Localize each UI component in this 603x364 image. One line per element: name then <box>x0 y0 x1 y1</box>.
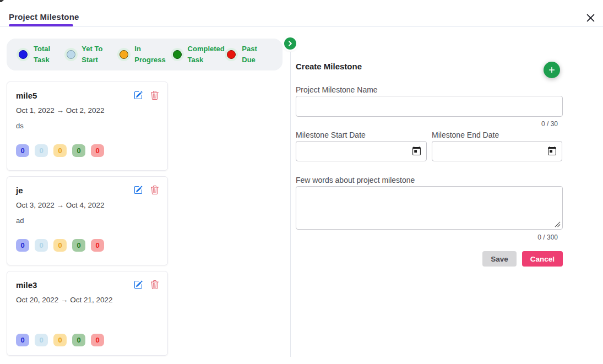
milestone-count-badges: 0 0 0 0 0 <box>16 239 159 252</box>
total-task-count-badge: 0 <box>16 334 29 346</box>
total-task-count-badge: 0 <box>16 239 29 252</box>
calendar-icon[interactable] <box>547 146 557 156</box>
total-task-count-badge: 0 <box>16 144 29 157</box>
milestone-description-textarea[interactable] <box>296 187 562 229</box>
name-char-counter: 0 / 30 <box>296 120 558 128</box>
milestone-description-label: Few words about project milestone <box>296 176 415 184</box>
header-divider <box>0 26 603 27</box>
yet-to-start-dot-icon <box>67 50 75 59</box>
delete-milestone-icon[interactable] <box>150 90 160 100</box>
milestone-count-badges: 0 0 0 0 0 <box>16 144 159 157</box>
plus-icon <box>548 66 556 74</box>
past-due-count-badge: 0 <box>91 334 104 346</box>
close-icon[interactable] <box>583 10 598 25</box>
edit-milestone-icon[interactable] <box>133 280 143 290</box>
legend-item-total-task: Total Task <box>19 44 67 66</box>
milestone-card: mile5 Oct 1, 2022 → Oct 2, 2022 ds 0 0 0… <box>7 82 168 171</box>
completed-count-badge: 0 <box>72 334 85 346</box>
add-milestone-button[interactable] <box>544 62 560 78</box>
yet-to-start-count-badge: 0 <box>35 239 48 252</box>
milestone-name-label: Project Milestone Name <box>296 85 378 94</box>
completed-task-dot-icon <box>173 50 182 59</box>
milestone-date-range: Oct 20, 2022 → Oct 21, 2022 <box>16 295 159 305</box>
create-milestone-title: Create Milestone <box>296 62 362 71</box>
legend-label: Past Due <box>242 44 271 66</box>
calendar-icon[interactable] <box>412 146 421 156</box>
past-due-count-badge: 0 <box>91 239 104 252</box>
project-milestone-modal: Project Milestone Total Task Yet To Star… <box>0 0 603 364</box>
end-date-label: Milestone End Date <box>432 131 499 139</box>
milestone-card: je Oct 3, 2022 → Oct 4, 2022 ad 0 0 0 0 … <box>7 176 168 265</box>
expand-panel-button[interactable] <box>284 37 296 50</box>
delete-milestone-icon[interactable] <box>150 280 160 290</box>
legend-item-completed-task: Completed Task <box>173 44 227 66</box>
delete-milestone-icon[interactable] <box>150 185 160 195</box>
legend-item-in-progress: In Progress <box>119 44 172 66</box>
start-date-label: Milestone Start Date <box>296 131 366 139</box>
in-progress-dot-icon <box>119 50 128 59</box>
save-button[interactable]: Save <box>482 251 517 267</box>
milestone-name-input[interactable] <box>296 96 563 117</box>
past-due-count-badge: 0 <box>91 144 104 157</box>
completed-count-badge: 0 <box>72 144 85 157</box>
legend-item-yet-to-start: Yet To Start <box>67 44 119 66</box>
past-due-dot-icon <box>227 50 236 59</box>
milestone-description-field <box>296 186 563 230</box>
legend-label: In Progress <box>134 44 172 66</box>
in-progress-count-badge: 0 <box>53 334 67 346</box>
milestone-date-range: Oct 1, 2022 → Oct 2, 2022 <box>16 106 159 115</box>
end-date-field[interactable] <box>432 141 562 161</box>
milestone-description: ad <box>16 216 159 225</box>
legend-label: Yet To Start <box>82 44 119 66</box>
milestone-description <box>16 311 159 319</box>
page-title: Project Milestone <box>9 12 79 21</box>
in-progress-count-badge: 0 <box>53 144 67 157</box>
chevron-right-icon <box>287 40 294 47</box>
cancel-button[interactable]: Cancel <box>522 251 563 267</box>
resize-handle-icon[interactable] <box>555 221 561 227</box>
panel-divider <box>290 52 291 357</box>
legend-label: Total Task <box>34 44 67 66</box>
milestone-date-range: Oct 3, 2022 → Oct 4, 2022 <box>16 200 159 210</box>
end-date-input[interactable] <box>432 142 547 161</box>
edit-milestone-icon[interactable] <box>133 185 143 195</box>
form-actions: Save Cancel <box>296 251 563 267</box>
legend-label: Completed Task <box>188 44 227 66</box>
total-task-dot-icon <box>19 50 28 59</box>
yet-to-start-count-badge: 0 <box>35 144 48 157</box>
edit-milestone-icon[interactable] <box>133 90 143 100</box>
start-date-input[interactable] <box>296 142 412 161</box>
status-legend-bar: Total Task Yet To Start In Progress Comp… <box>7 39 283 70</box>
screenshot-corner-artifact <box>0 0 4 2</box>
milestone-description: ds <box>16 122 159 130</box>
description-char-counter: 0 / 300 <box>296 233 558 241</box>
yet-to-start-count-badge: 0 <box>35 334 48 346</box>
completed-count-badge: 0 <box>72 239 85 252</box>
start-date-field[interactable] <box>296 141 427 161</box>
milestone-count-badges: 0 0 0 0 0 <box>16 334 159 346</box>
milestone-card: mile3 Oct 20, 2022 → Oct 21, 2022 0 0 0 … <box>7 271 168 356</box>
legend-item-past-due: Past Due <box>227 44 271 66</box>
in-progress-count-badge: 0 <box>53 239 67 252</box>
